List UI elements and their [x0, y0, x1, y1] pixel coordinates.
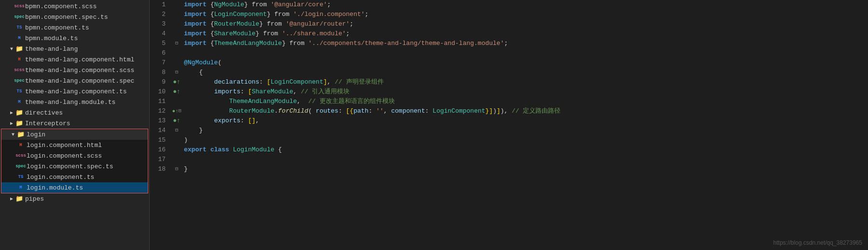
fold-icon[interactable]: ⊟ [179, 106, 182, 116]
gutter-18[interactable]: ⊟ [171, 164, 182, 174]
code-text: ) [182, 135, 868, 145]
code-line-12: 12 ●↑⊟ RouterModule.forChild( routes: [{… [150, 106, 868, 116]
code-line-10: 10 ●↑ imports: [ShareModule, // 引入通用模块 [150, 87, 868, 97]
chevron-right-icon: ▶ [8, 119, 15, 127]
file-login-component-scss[interactable]: scss login.component.scss [1, 150, 148, 161]
line-number: 5 [150, 39, 171, 48]
module-icon: M [15, 98, 23, 106]
file-tal-component-spec[interactable]: spec theme-and-lang.component.spec [0, 75, 149, 86]
code-line-15: 15 ) [150, 135, 868, 145]
line-number: 6 [150, 48, 171, 58]
folder-login[interactable]: ▼ 📁 login [1, 129, 148, 140]
file-bpmn-component-ts[interactable]: TS bpmn.component.ts [0, 22, 149, 33]
gutter-9: ●↑ [171, 77, 182, 87]
file-tal-module-ts[interactable]: M theme-and-lang.module.ts [0, 97, 149, 107]
filename: login.component.ts [27, 174, 94, 181]
code-line-6: 6 [150, 48, 868, 58]
watermark: https://blog.csdn.net/qq_38273965 [773, 239, 862, 246]
code-line-5: 5 ⊟ import {ThemeAndLangModule} from '..… [150, 39, 868, 48]
spec-icon: spec [15, 77, 23, 85]
file-bpmn-component-scss[interactable]: scss bpmn.component.scss [0, 1, 149, 12]
file-explorer[interactable]: scss bpmn.component.scss spec bpmn.compo… [0, 0, 150, 250]
line-number: 13 [150, 116, 171, 126]
gutter-2 [171, 10, 182, 19]
gutter-8[interactable]: ⊟ [171, 68, 182, 77]
gutter-6 [171, 48, 182, 58]
code-line-16: 16 export class LoginModule { [150, 145, 868, 155]
folder-icon: 📁 [15, 195, 23, 203]
filename: theme-and-lang.component.spec [25, 77, 134, 85]
line-number: 8 [150, 68, 171, 77]
filename: login.module.ts [27, 184, 83, 191]
gutter-1 [171, 0, 182, 10]
filename: login.component.spec.ts [27, 163, 113, 170]
code-text [182, 155, 868, 164]
code-text: } [182, 126, 868, 135]
line-number: 11 [150, 97, 171, 106]
code-text [182, 48, 868, 58]
folder-name: pipes [25, 195, 44, 203]
folder-theme-and-lang[interactable]: ▼ 📁 theme-and-lang [0, 44, 149, 54]
chevron-right-icon: ▶ [8, 195, 15, 203]
ts-icon: TS [17, 173, 25, 181]
folder-icon: 📁 [15, 45, 23, 53]
code-text: import {RouterModule} from '@angular/rou… [182, 19, 868, 29]
gutter-12[interactable]: ●↑⊟ [171, 106, 182, 116]
folder-directives[interactable]: ▶ 📁 directives [0, 107, 149, 118]
file-login-module-ts[interactable]: M login.module.ts [1, 182, 148, 193]
file-tal-component-html[interactable]: H theme-and-lang.component.html [0, 54, 149, 65]
code-line-11: 11 ThemeAndLangModule, // 更改主题和语言的组件模块 [150, 97, 868, 106]
html-icon: H [17, 141, 25, 149]
ts-icon: TS [15, 88, 23, 95]
gutter-3 [171, 19, 182, 29]
chevron-right-icon: ▶ [8, 109, 15, 117]
filename: bpmn.module.ts [25, 35, 78, 42]
gutter-11 [171, 97, 182, 106]
fold-icon[interactable]: ⊟ [175, 39, 178, 48]
code-text: declarations: [LoginComponent], // 声明登录组… [182, 77, 868, 87]
line-number: 15 [150, 135, 171, 145]
file-login-component-spec[interactable]: spec login.component.spec.ts [1, 161, 148, 172]
folder-name: directives [25, 109, 63, 117]
code-text: import {NgModule} from '@angular/core'; [182, 0, 868, 10]
gutter-7 [171, 58, 182, 68]
code-text: ThemeAndLangModule, // 更改主题和语言的组件模块 [182, 97, 868, 106]
code-line-14: 14 ⊟ } [150, 126, 868, 135]
fold-icon[interactable]: ⊟ [175, 68, 178, 77]
gutter-14[interactable]: ⊟ [171, 126, 182, 135]
gutter-13: ●↑ [171, 116, 182, 126]
code-content: 1 import {NgModule} from '@angular/core'… [150, 0, 868, 250]
code-line-7: 7 @NgModule( [150, 58, 868, 68]
folder-interceptors[interactable]: ▶ 📁 Interceptors [0, 118, 149, 129]
file-tal-component-scss[interactable]: scss theme-and-lang.component.scss [0, 65, 149, 75]
code-line-4: 4 import {ShareModule} from '../share.mo… [150, 29, 868, 39]
code-editor[interactable]: 1 import {NgModule} from '@angular/core'… [150, 0, 868, 250]
fold-icon[interactable]: ⊟ [175, 126, 178, 135]
folder-pipes[interactable]: ▶ 📁 pipes [0, 193, 149, 204]
fold-icon[interactable]: ⊟ [175, 164, 178, 174]
file-tal-component-ts[interactable]: TS theme-and-lang.component.ts [0, 86, 149, 97]
gutter-5[interactable]: ⊟ [171, 39, 182, 48]
chevron-down-icon: ▼ [9, 131, 17, 138]
file-login-component-html[interactable]: H login.component.html [1, 140, 148, 150]
code-line-17: 17 [150, 155, 868, 164]
line-number: 10 [150, 87, 171, 97]
filename: bpmn.component.ts [25, 24, 89, 31]
folder-icon: 📁 [15, 109, 23, 117]
code-text: import {ThemeAndLangModule} from '../com… [182, 39, 868, 48]
gutter-10: ●↑ [171, 87, 182, 97]
line-number: 1 [150, 0, 171, 10]
gutter-4 [171, 29, 182, 39]
scss-icon: scss [17, 152, 25, 160]
filename: login.component.scss [27, 152, 102, 160]
code-line-1: 1 import {NgModule} from '@angular/core'… [150, 0, 868, 10]
folder-name: theme-and-lang [25, 45, 78, 53]
line-number: 18 [150, 164, 171, 174]
code-line-8: 8 ⊟ { [150, 68, 868, 77]
file-bpmn-component-spec[interactable]: spec bpmn.component.spec.ts [0, 12, 149, 22]
file-login-component-ts[interactable]: TS login.component.ts [1, 172, 148, 182]
code-line-2: 2 import {LoginComponent} from './login.… [150, 10, 868, 19]
file-bpmn-module-ts[interactable]: M bpmn.module.ts [0, 33, 149, 44]
spec-icon: spec [15, 13, 23, 21]
html-icon: H [15, 56, 23, 63]
